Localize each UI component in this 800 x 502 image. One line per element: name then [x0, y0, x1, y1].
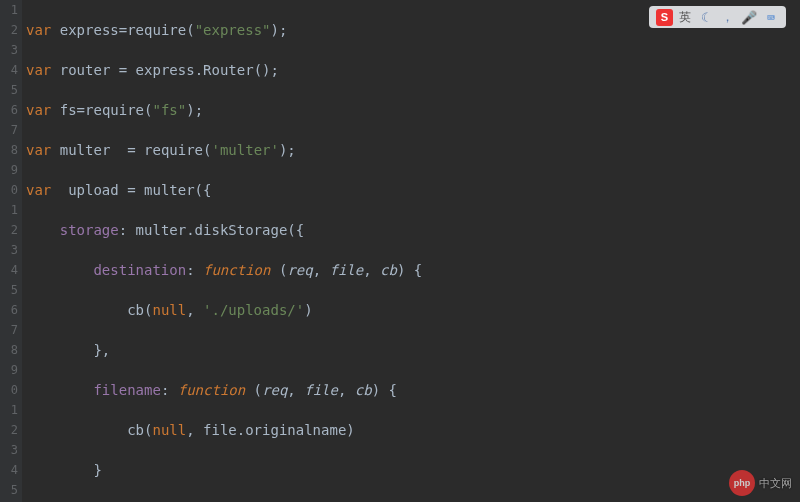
sogou-logo-icon[interactable]: S: [656, 9, 673, 26]
code-line: var multer = require('multer');: [26, 140, 800, 160]
line-number-gutter: 1234567890123456789012345: [0, 0, 22, 502]
ime-lang-indicator[interactable]: 英: [679, 9, 691, 26]
code-line: destination: function (req, file, cb) {: [26, 260, 800, 280]
microphone-icon[interactable]: 🎤: [741, 9, 757, 25]
code-line: cb(null, './uploads/'): [26, 300, 800, 320]
code-line: storage: multer.diskStorage({: [26, 220, 800, 240]
keyboard-icon[interactable]: ⌨: [763, 9, 779, 25]
code-editor[interactable]: var express=require("express"); var rout…: [26, 0, 800, 502]
code-line: }: [26, 460, 800, 480]
watermark: php 中文网: [729, 470, 792, 496]
watermark-text: 中文网: [759, 476, 792, 491]
code-line: cb(null, file.originalname): [26, 420, 800, 440]
code-line: filename: function (req, file, cb) {: [26, 380, 800, 400]
code-line: var upload = multer({: [26, 180, 800, 200]
code-line: var fs=require("fs");: [26, 100, 800, 120]
code-line: var router = express.Router();: [26, 60, 800, 80]
ime-toolbar[interactable]: S 英 ☾ ， 🎤 ⌨: [649, 6, 786, 28]
punctuation-icon[interactable]: ，: [719, 9, 735, 25]
code-line: },: [26, 340, 800, 360]
moon-icon[interactable]: ☾: [697, 9, 713, 25]
php-logo-icon: php: [729, 470, 755, 496]
